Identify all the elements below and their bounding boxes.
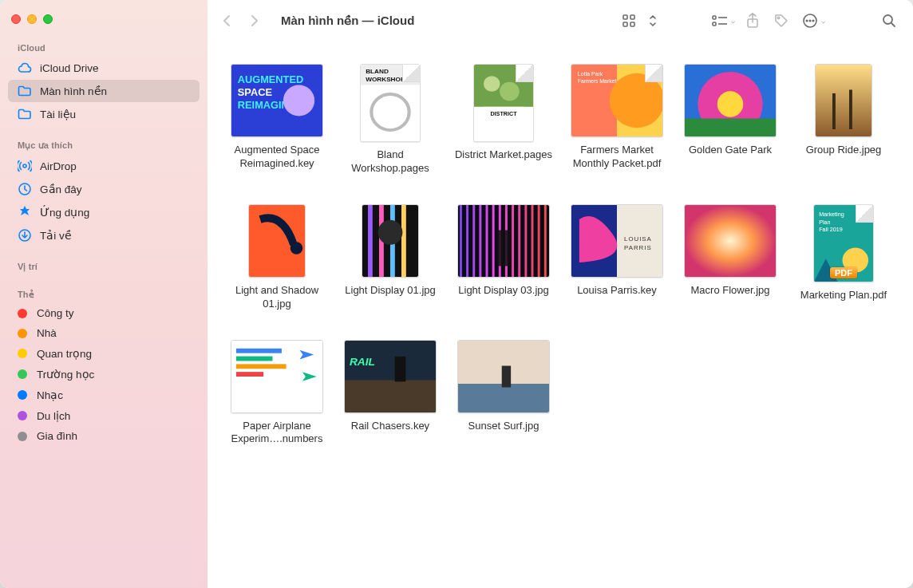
sidebar-item-desktop[interactable]: Màn hình nền [8,80,200,102]
svg-point-42 [717,91,744,116]
svg-point-23 [283,85,314,116]
view-switcher[interactable] [618,10,664,32]
tag-item[interactable]: Trường học [0,364,208,385]
svg-rect-84 [236,364,287,369]
file-name: Light and Shadow 01.jpg [223,284,330,311]
file-item[interactable]: Light Display 01.jpg [337,204,444,311]
svg-rect-64 [512,205,514,277]
sidebar-item-label: Gần đây [40,183,82,195]
sidebar-item-recents[interactable]: Gần đây [8,178,200,200]
back-button[interactable] [215,10,238,32]
svg-text:LOUISA: LOUISA [624,235,652,243]
close-button[interactable] [11,14,21,24]
svg-rect-91 [458,384,549,412]
share-button[interactable] [741,10,764,32]
file-grid: AUGMENTEDSPACEREIMAGINEDAugmented Space … [223,64,897,446]
file-thumbnail: BLANDWORKSHOP [360,64,421,142]
sidebar-item-label: Màn hình nền [40,85,107,97]
minimize-button[interactable] [27,14,37,24]
file-item[interactable]: Lotta ParkFarmers MarketFarmers Market M… [563,64,670,176]
sidebar-item-documents[interactable]: Tài liệu [8,103,200,125]
file-thumbnail [457,204,550,278]
file-name: Golden Gate Park [689,144,772,157]
file-item[interactable]: RAILRail Chasers.key [337,340,444,447]
tag-item[interactable]: Gia đình [0,426,208,446]
file-item[interactable]: Light and Shadow 01.jpg [223,204,330,311]
toolbar: Màn hình nền — iCloud [208,0,913,41]
file-thumbnail [362,204,419,278]
svg-point-17 [883,15,892,24]
file-thumbnail: RAIL [344,340,437,413]
file-item[interactable]: AUGMENTEDSPACEREIMAGINEDAugmented Space … [223,64,330,176]
tag-button[interactable] [770,10,792,32]
file-name: Paper Airplane Experim….numbers [223,420,330,447]
forward-button[interactable] [243,10,265,32]
zoom-button[interactable] [43,14,53,24]
group-button[interactable]: ⌵ [709,10,735,32]
finder-window: iCloudiCloud DriveMàn hình nềnTài liệuMụ… [0,0,913,588]
file-item[interactable]: Sunset Surf.jpg [450,340,557,447]
icon-view-icon [618,10,640,32]
sidebar-item-airdrop[interactable]: AirDrop [8,155,200,177]
file-item[interactable]: Golden Gate Park [677,64,784,176]
svg-rect-45 [832,93,836,129]
tag-color-dot [18,329,27,338]
tag-item[interactable]: Công ty [0,303,208,323]
svg-point-0 [23,164,26,168]
file-item[interactable]: Macro Flower.jpg [677,204,784,311]
sidebar-item-icloud-drive[interactable]: iCloud Drive [8,57,200,79]
file-item[interactable]: MarketingPlanFall 2019PDFMarketing Plan.… [790,204,897,311]
tag-label: Công ty [37,307,74,319]
svg-rect-4 [630,15,634,19]
svg-text:BLAND: BLAND [366,68,389,75]
tag-item[interactable]: Nhà [0,323,208,343]
sidebar-item-label: Tài liệu [40,108,76,120]
svg-rect-65 [518,205,520,277]
svg-rect-53 [401,205,406,277]
file-thumbnail: MarketingPlanFall 2019PDF [813,204,874,282]
svg-text:Fall 2019: Fall 2019 [819,227,843,232]
tag-item[interactable]: Quan trọng [0,343,208,364]
tag-color-dot [18,349,27,358]
search-button[interactable] [878,10,900,32]
svg-point-54 [378,219,403,244]
folder-icon [18,84,32,98]
svg-text:DISTRICT: DISTRICT [490,111,517,116]
file-name: District Market.pages [455,148,552,162]
svg-rect-60 [486,205,488,277]
svg-point-32 [500,82,520,101]
tag-item[interactable]: Du lịch [0,405,208,426]
svg-rect-44 [816,65,872,136]
file-thumbnail [248,204,306,278]
svg-rect-92 [502,365,511,387]
clock-icon [18,182,32,196]
tag-item[interactable]: Nhạc [0,385,208,405]
file-item[interactable]: Paper Airplane Experim….numbers [223,340,330,447]
window-controls [0,8,208,38]
chevron-down-icon: ⌵ [821,17,825,25]
airdrop-icon [18,159,32,173]
file-item[interactable]: LOUISAPARRISLouisa Parris.key [563,204,670,311]
nav-arrows [215,10,265,32]
sidebar-item-label: Tải về [40,229,72,242]
svg-rect-43 [685,119,776,137]
sidebar-item-apps[interactable]: Ứng dụng [8,201,200,223]
file-thumbnail [815,64,872,137]
file-item[interactable]: Group Ride.jpeg [790,64,897,176]
svg-point-48 [290,242,303,255]
svg-text:Marketing: Marketing [819,211,844,218]
svg-rect-83 [236,356,273,361]
svg-rect-69 [544,205,547,277]
sidebar-item-downloads[interactable]: Tải về [8,224,200,247]
svg-text:AUGMENTED: AUGMENTED [238,74,303,86]
section-header: iCloud [0,38,208,56]
file-item[interactable]: Light Display 03.jpg [450,204,557,311]
folder-icon [18,107,32,121]
file-item[interactable]: BLANDWORKSHOPBland Workshop.pages [337,64,444,176]
file-thumbnail: LOUISAPARRIS [571,204,663,278]
svg-point-16 [812,20,814,22]
more-button[interactable]: ⌵ [799,10,825,32]
file-item[interactable]: DISTRICTDistrict Market.pages [450,64,557,176]
section-header: Vị trí [0,257,208,275]
svg-rect-75 [685,205,776,277]
